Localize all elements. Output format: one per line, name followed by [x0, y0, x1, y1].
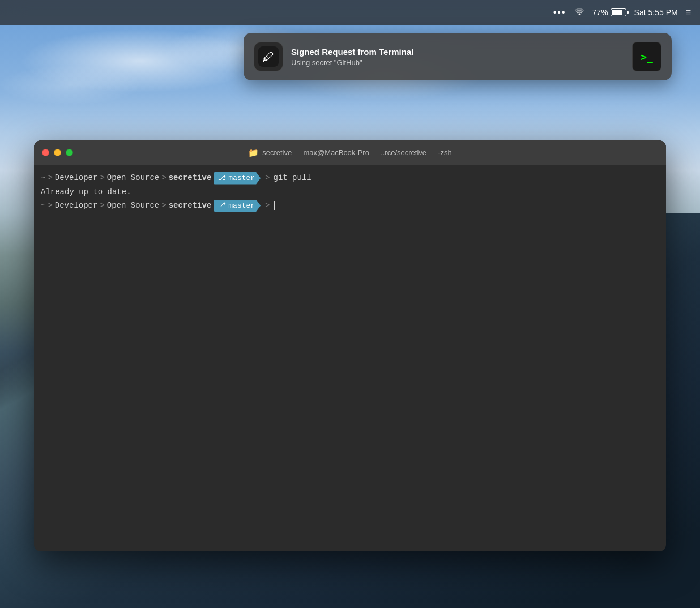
notification-content: Signed Request from Terminal Using secre… [291, 47, 624, 67]
battery-percent-label: 77% [592, 8, 608, 17]
dir-secretive-2: secretive [169, 200, 212, 212]
dir-developer-2: Developer [55, 200, 98, 212]
git-branch-name-1: master [228, 173, 255, 184]
notification-preview: >_ [632, 42, 661, 71]
battery-icon [611, 8, 626, 16]
terminal-output-1: Already up to date. [41, 186, 659, 199]
dir-developer-1: Developer [55, 172, 98, 184]
terminal-line-1: ~ > Developer > Open Source > secretive … [41, 171, 659, 186]
battery-indicator: 77% [592, 8, 626, 17]
menu-list-icon[interactable]: ≡ [686, 7, 691, 18]
battery-fill [612, 10, 622, 15]
terminal-titlebar: 📁 secretive — max@MacBook-Pro — ..rce/se… [34, 140, 666, 165]
menubar-dots-icon[interactable]: ••• [553, 7, 566, 18]
maximize-button[interactable] [66, 149, 73, 156]
git-branch-name-2: master [228, 200, 255, 212]
git-branch-symbol-1: ⎇ [218, 173, 226, 183]
notification-subtitle: Using secret "GitHub" [291, 58, 624, 67]
terminal-line-2: ~ > Developer > Open Source > secretive … [41, 199, 659, 213]
notification-banner[interactable]: 🖊 Signed Request from Terminal Using sec… [244, 33, 672, 80]
git-branch-badge-2: ⎇ master [214, 200, 261, 212]
terminal-title: 📁 secretive — max@MacBook-Pro — ..rce/se… [248, 148, 452, 158]
terminal-content[interactable]: ~ > Developer > Open Source > secretive … [34, 165, 666, 551]
menubar-right: ••• 77% Sat 5:55 PM ≡ [553, 7, 691, 18]
arrow-2a: > [48, 200, 52, 212]
terminal-window[interactable]: 📁 secretive — max@MacBook-Pro — ..rce/se… [34, 140, 666, 551]
window-buttons[interactable] [42, 149, 73, 156]
prompt-chevron-1: > [265, 172, 270, 184]
close-button[interactable] [42, 149, 49, 156]
terminal-cursor [274, 201, 275, 210]
dir-opensource-2: Open Source [107, 200, 159, 212]
tilde-1: ~ [41, 172, 45, 184]
tilde-2: ~ [41, 200, 45, 212]
minimize-button[interactable] [54, 149, 61, 156]
wifi-icon[interactable] [574, 7, 584, 18]
arrow-1c: > [161, 172, 166, 184]
notification-app-icon: 🖊 [254, 42, 283, 71]
git-branch-symbol-2: ⎇ [218, 200, 226, 211]
clock: Sat 5:55 PM [634, 8, 678, 17]
prompt-chevron-2: > [265, 200, 270, 212]
title-text: secretive — max@MacBook-Pro — ..rce/secr… [262, 148, 452, 157]
arrow-1a: > [48, 172, 52, 184]
folder-icon: 📁 [248, 148, 259, 158]
arrow-1b: > [100, 172, 104, 184]
git-branch-badge-1: ⎇ master [214, 172, 261, 185]
command-text-1: git pull [274, 172, 311, 184]
svg-text:🖊: 🖊 [262, 50, 275, 64]
notification-title: Signed Request from Terminal [291, 47, 624, 57]
arrow-2c: > [161, 200, 166, 212]
arrow-2b: > [100, 200, 104, 212]
dir-opensource-1: Open Source [107, 172, 159, 184]
dir-secretive-1: secretive [169, 172, 212, 184]
menubar: ••• 77% Sat 5:55 PM ≡ [0, 0, 700, 25]
